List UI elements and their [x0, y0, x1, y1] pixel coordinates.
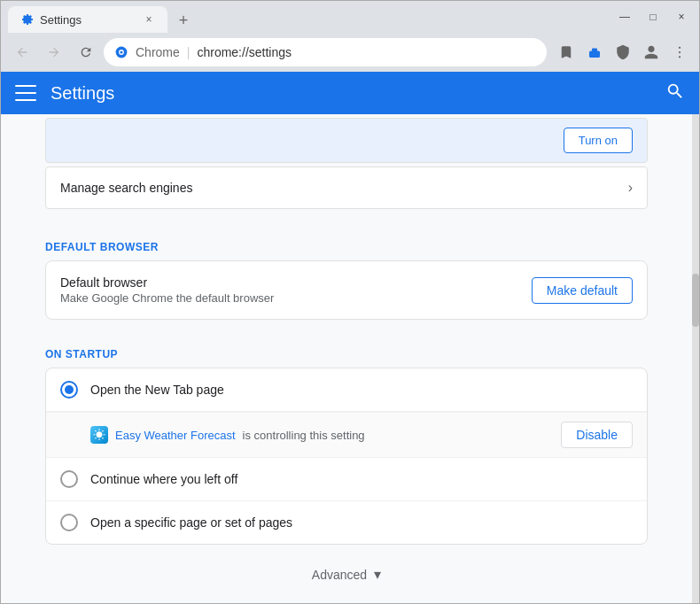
startup-label-new-tab: Open the New Tab page [90, 383, 224, 397]
make-default-button[interactable]: Make default [532, 277, 633, 304]
forward-button[interactable] [40, 38, 68, 66]
tab-title: Settings [40, 13, 134, 27]
advanced-row[interactable]: Advanced ▾ [45, 545, 648, 603]
maximize-button[interactable]: □ [642, 6, 664, 27]
hamburger-line-1 [15, 85, 36, 87]
search-button[interactable] [665, 81, 685, 105]
extension-icon-weather [90, 426, 108, 444]
radio-dot [65, 385, 74, 394]
shield-icon[interactable] [611, 40, 635, 65]
hamburger-line-3 [15, 99, 36, 101]
active-tab[interactable]: Settings × [8, 6, 167, 33]
title-bar: Settings × + — □ × [1, 1, 699, 33]
on-startup-section-label: On startup [45, 334, 648, 368]
minimize-button[interactable]: — [614, 6, 635, 27]
bookmark-icon[interactable] [554, 40, 579, 65]
url-site-name: Chrome [136, 45, 180, 59]
default-browser-card: Default browser Make Google Chrome the d… [45, 260, 648, 320]
startup-option-new-tab[interactable]: Open the New Tab page [46, 368, 647, 412]
disable-extension-button[interactable]: Disable [561, 422, 633, 448]
extension-control-text: is controlling this setting [243, 429, 365, 442]
more-options-icon[interactable] [667, 40, 692, 65]
extension-info: Easy Weather Forecast is controlling thi… [90, 426, 365, 444]
url-path: chrome://settings [197, 45, 292, 59]
page-title: Settings [51, 83, 651, 104]
default-browser-section-label: Default browser [45, 227, 648, 260]
svg-point-2 [120, 50, 122, 53]
scrollbar-thumb[interactable] [692, 274, 699, 327]
url-separator: | [187, 45, 191, 59]
window-controls: — □ × [614, 6, 692, 27]
extension-notification: Easy Weather Forecast is controlling thi… [46, 412, 647, 458]
default-browser-title: Default browser [60, 275, 274, 290]
svg-rect-4 [592, 49, 597, 53]
startup-option-continue[interactable]: Continue where you left off [46, 458, 647, 501]
radio-specific-empty [60, 514, 78, 531]
address-bar: Chrome | chrome://settings [1, 33, 699, 72]
settings-header: Settings [1, 72, 699, 114]
startup-option-specific[interactable]: Open a specific page or set of pages [46, 501, 647, 544]
url-bar[interactable]: Chrome | chrome://settings [104, 38, 547, 66]
default-browser-row: Default browser Make Google Chrome the d… [46, 261, 647, 319]
back-button[interactable] [8, 38, 36, 66]
radio-new-tab-selected [60, 381, 78, 399]
tab-close-button[interactable]: × [141, 12, 157, 27]
manage-search-label: Manage search engines [60, 181, 192, 195]
startup-card: Open the New Tab page Easy Weather Forec… [45, 368, 648, 545]
hamburger-line-2 [15, 92, 36, 94]
settings-list: Turn on Manage search engines › Default … [27, 118, 665, 603]
reload-button[interactable] [72, 38, 100, 66]
content-area: Turn on Manage search engines › Default … [1, 114, 699, 603]
new-tab-button[interactable]: + [171, 8, 196, 33]
manage-search-engines-row[interactable]: Manage search engines › [45, 166, 648, 209]
advanced-chevron-icon: ▾ [374, 566, 381, 583]
default-browser-subtitle: Make Google Chrome the default browser [60, 291, 274, 305]
sync-turn-on-button[interactable]: Turn on [564, 128, 633, 153]
main-content: Turn on Manage search engines › Default … [1, 114, 692, 603]
account-icon[interactable] [639, 40, 664, 65]
browser-window: Settings × + — □ × Chrome [0, 0, 700, 604]
svg-point-6 [679, 51, 681, 53]
svg-point-5 [679, 47, 681, 49]
manage-search-chevron-icon: › [628, 180, 633, 196]
extension-icon[interactable] [582, 40, 607, 65]
advanced-label: Advanced [312, 568, 367, 582]
startup-label-continue: Continue where you left off [90, 472, 237, 486]
site-icon [114, 45, 128, 59]
menu-button[interactable] [15, 85, 36, 101]
scrollbar[interactable] [692, 114, 699, 603]
startup-label-specific: Open a specific page or set of pages [90, 515, 292, 530]
radio-continue-empty [60, 470, 78, 488]
top-partial-section: Turn on [45, 118, 648, 163]
close-button[interactable]: × [671, 6, 692, 27]
default-browser-text-group: Default browser Make Google Chrome the d… [60, 275, 274, 305]
svg-point-7 [679, 56, 681, 58]
tab-area: Settings × + [8, 1, 196, 33]
extension-name-link[interactable]: Easy Weather Forecast [115, 429, 236, 442]
toolbar-icons [554, 40, 692, 65]
settings-favicon-icon [19, 12, 33, 27]
